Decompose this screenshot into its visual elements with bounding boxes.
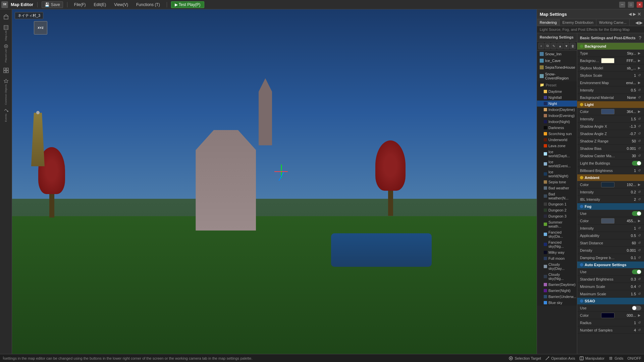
preset-night[interactable]: Night <box>537 101 577 107</box>
test-play-button[interactable]: ▶ Test Play(P) <box>171 1 204 8</box>
shadow-caster-btn[interactable]: ↺ <box>637 154 641 158</box>
sidebar-icon-object[interactable]: Placed List <box>1 43 11 63</box>
preset-indoor-night[interactable]: Indoor(Night) <box>537 119 577 125</box>
move-up-btn[interactable]: ▲ <box>557 43 563 49</box>
auto-exp-use-toggle[interactable] <box>632 269 641 274</box>
preset-milky-way[interactable]: Milky way <box>537 249 577 255</box>
light-intensity-btn[interactable]: ↺ <box>637 117 641 121</box>
preset-fancied-nig[interactable]: Fancied sky(Nig... <box>537 239 577 249</box>
fog-color-arrow[interactable]: ▶ <box>637 219 641 223</box>
maximize-button[interactable]: □ <box>628 2 634 8</box>
preset-sepia-tone[interactable]: Sepia tone <box>537 179 577 185</box>
settings-right-btn[interactable]: ▶ <box>633 12 636 16</box>
background-section-header[interactable]: Background <box>577 43 644 50</box>
ambient-section-header[interactable]: Ambient <box>577 174 644 181</box>
preset-barrier-underw[interactable]: Barrier(Underw... <box>537 294 577 300</box>
preset-cloudy-sky-day[interactable]: Cloudy sky(Day... <box>537 261 577 272</box>
file-menu[interactable]: File(F) <box>71 2 89 8</box>
shadow-bias-btn[interactable]: ↺ <box>637 146 641 150</box>
max-scale-btn[interactable]: ↺ <box>637 292 641 296</box>
settings-left-btn[interactable]: ◀ <box>629 12 632 16</box>
ibl-intensity-btn[interactable]: ↺ <box>637 197 641 201</box>
minimize-button[interactable]: ─ <box>619 2 625 8</box>
add-btn[interactable]: + <box>538 43 544 49</box>
preset-barrier-daytime[interactable]: Barrier(Daytime) <box>537 282 577 288</box>
shadow-z-range-btn[interactable]: ↺ <box>637 139 641 143</box>
skybox-model-arrow[interactable]: ▶ <box>637 66 641 70</box>
preset-indoor-evening[interactable]: Indoor(Evening) <box>537 113 577 119</box>
bg-color-swatch[interactable] <box>601 58 614 63</box>
save-button[interactable]: 💾 Save <box>42 1 63 8</box>
preset-ice-world-night[interactable]: Ice world(Night) <box>537 169 577 179</box>
env-map-arrow[interactable]: ▶ <box>637 81 641 84</box>
fog-section-header[interactable]: Fog <box>577 203 644 210</box>
render-item-snow-covered[interactable]: Snow-CoverdRegion <box>537 71 577 81</box>
transform-gizmo[interactable] <box>274 165 294 185</box>
render-item-ice-cave[interactable]: Ice_Cave <box>537 57 577 64</box>
ssao-radius-btn[interactable]: ↺ <box>637 321 641 324</box>
preset-bad-weather-n[interactable]: Bad weather(N... <box>537 191 577 201</box>
preset-dungeon-2[interactable]: Dungeon 2 <box>537 207 577 213</box>
type-arrow[interactable]: ▶ <box>637 51 641 55</box>
skybox-scale-btn[interactable]: ↺ <box>637 73 641 77</box>
preset-darkness[interactable]: Darkness <box>537 125 577 131</box>
close-button[interactable]: ✕ <box>637 2 643 8</box>
ssao-color-arrow[interactable]: ▶ <box>637 313 641 317</box>
bg-material-btn[interactable]: ↺ <box>637 96 641 99</box>
ssao-samples-btn[interactable]: ↺ <box>637 328 641 332</box>
preset-header[interactable]: 📁 Preset <box>537 81 577 88</box>
fog-color-swatch[interactable] <box>601 218 614 224</box>
ssao-use-toggle[interactable] <box>632 306 641 310</box>
shadow-angle-x-btn[interactable]: ↺ <box>637 124 641 128</box>
preset-scorching-sun[interactable]: Scorching sun <box>537 131 577 137</box>
viewport[interactable]: ネイティ村_3 XYZ <box>12 9 537 354</box>
ambient-intensity-btn[interactable]: ↺ <box>637 190 641 194</box>
preset-ice-world-day[interactable]: Ice world(Dayti... <box>537 149 577 159</box>
preset-fancied-day[interactable]: Fancied sky(Da... <box>537 229 577 239</box>
sidebar-icon-home[interactable] <box>1 11 11 23</box>
light-color-arrow[interactable]: ▶ <box>637 110 641 113</box>
auto-exposure-section-header[interactable]: Auto Exposure Settings <box>577 261 644 268</box>
fog-applicability-btn[interactable]: ↺ <box>637 234 641 237</box>
light-buildings-toggle[interactable] <box>632 161 641 166</box>
preset-cloudy-sky-nig[interactable]: Cloudy sky(Nig... <box>537 272 577 282</box>
fog-use-toggle[interactable] <box>632 211 641 216</box>
min-scale-btn[interactable]: ↺ <box>637 285 641 288</box>
fog-start-distance-btn[interactable]: ↺ <box>637 241 641 245</box>
tab-enemy-distribution[interactable]: Enemy Distribution <box>560 19 596 26</box>
fog-density-btn[interactable]: ↺ <box>637 248 641 252</box>
intensity-btn[interactable]: ↺ <box>637 88 641 92</box>
preset-dungeon-3[interactable]: Dungeon 3 <box>537 213 577 219</box>
sidebar-icon-tools[interactable] <box>1 64 11 76</box>
ssao-color-swatch[interactable] <box>601 313 614 318</box>
preset-nightfall[interactable]: Nightfall <box>537 95 577 101</box>
sidebar-icon-common[interactable]: Common Objects <box>1 77 11 106</box>
preset-full-moon[interactable]: Full moon <box>537 255 577 261</box>
preset-underworld[interactable]: Underworld <box>537 137 577 143</box>
standard-brightness-btn[interactable]: ↺ <box>637 277 641 281</box>
preset-summer-weath[interactable]: Summer weath... <box>537 219 577 229</box>
preset-bad-weather[interactable]: Bad weather <box>537 185 577 191</box>
tab-right-btn[interactable]: ▶ <box>639 20 643 25</box>
shadow-angle-z-btn[interactable]: ↺ <box>637 132 641 135</box>
delete-btn[interactable]: 🗑 <box>570 43 576 49</box>
rename-btn[interactable]: ✎ <box>551 43 557 49</box>
ambient-color-swatch[interactable] <box>601 182 614 187</box>
bg-color-arrow[interactable]: ▶ <box>637 59 641 62</box>
close-panel-button[interactable]: ✕ <box>637 11 641 17</box>
preset-daytime[interactable]: Daytime <box>537 88 577 95</box>
edit-menu[interactable]: Edit(E) <box>91 2 109 8</box>
preset-indoor-daytime[interactable]: Indoor(Daytime) <box>537 107 577 113</box>
ssao-section-header[interactable]: SSAO <box>577 298 644 304</box>
preset-ice-world-even[interactable]: Ice world(Eveni... <box>537 159 577 169</box>
move-down-btn[interactable]: ▼ <box>564 43 569 49</box>
preset-blue-sky[interactable]: Blue sky <box>537 300 577 306</box>
billboard-brightness-btn[interactable]: ↺ <box>637 169 641 172</box>
view-menu[interactable]: View(V) <box>111 2 131 8</box>
sidebar-icon-events[interactable]: Events <box>1 107 11 123</box>
preset-lava-zone[interactable]: Lava zone <box>537 143 577 149</box>
fog-damping-btn[interactable]: ↺ <box>637 256 641 259</box>
render-item-sepia[interactable]: SepiaTonedHouse <box>537 64 577 71</box>
light-section-header[interactable]: Light <box>577 101 644 108</box>
copy-btn[interactable]: ⧉ <box>545 43 550 49</box>
